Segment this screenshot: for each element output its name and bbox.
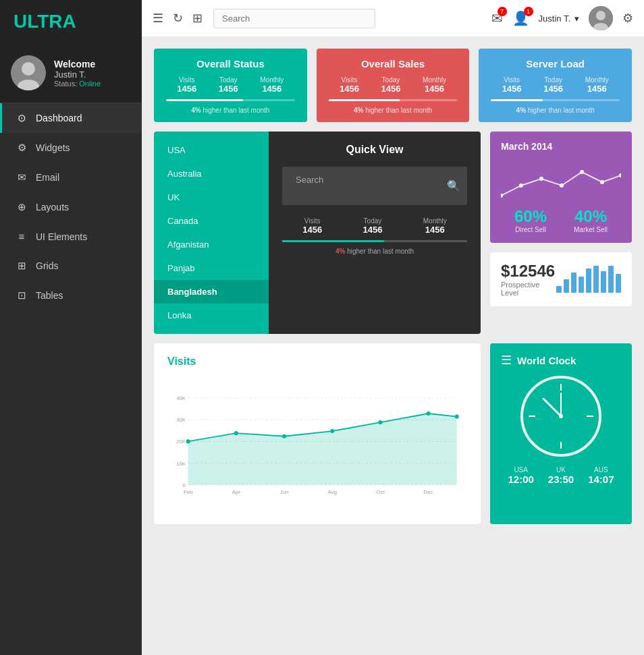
status-value: Online xyxy=(79,80,101,88)
refresh-icon[interactable]: ↻ xyxy=(173,11,183,26)
svg-point-12 xyxy=(619,173,621,177)
country-canada[interactable]: Canada xyxy=(154,209,269,233)
visits-stat: Visits 1456 xyxy=(177,76,196,94)
qv-stats: Visits1456 Today1456 Monthly1456 xyxy=(282,217,467,235)
svg-point-30 xyxy=(455,415,459,419)
quick-view-title: Quick View xyxy=(282,144,467,156)
widgets-icon: ⚙ xyxy=(16,142,28,154)
sidebar-item-ui-elements[interactable]: ≡ UI Elements xyxy=(0,222,142,251)
world-clock-header: ☰ World Clock xyxy=(501,353,576,368)
svg-point-4 xyxy=(596,11,606,20)
logo-u: U xyxy=(14,11,27,32)
sidebar-nav: ⊙ Dashboard ⚙ Widgets ✉ Email ⊕ Layouts … xyxy=(0,103,142,310)
hamburger-icon[interactable]: ☰ xyxy=(153,11,163,26)
notification-btn-1[interactable]: ✉ 7 xyxy=(491,10,503,26)
sidebar-item-tables[interactable]: ⊡ Tables xyxy=(0,281,142,310)
stat-bar xyxy=(166,99,295,101)
sidebar-item-layouts[interactable]: ⊕ Layouts xyxy=(0,192,142,222)
svg-point-43 xyxy=(559,414,563,418)
march-stats: 60% Direct Sell 40% Market Sell xyxy=(501,207,621,233)
world-clock-card: ☰ World Clock xyxy=(490,343,632,524)
bar-5 xyxy=(586,268,591,293)
svg-text:Oct: Oct xyxy=(376,489,385,495)
svg-point-10 xyxy=(580,170,584,174)
email-icon: ✉ xyxy=(16,171,28,183)
country-australia[interactable]: Australia xyxy=(154,162,269,186)
avatar xyxy=(11,55,46,90)
svg-point-8 xyxy=(539,177,543,181)
svg-point-1 xyxy=(22,62,35,76)
sidebar-item-widgets[interactable]: ⚙ Widgets xyxy=(0,133,142,163)
topbar-right: ✉ 7 👤 1 Justin T. ▾ ⚙ xyxy=(491,6,633,30)
overall-status-title: Overall Status xyxy=(166,58,295,69)
country-bangladesh[interactable]: Bangladesh xyxy=(154,280,269,304)
server-load-title: Server Load xyxy=(491,58,620,69)
bar-7 xyxy=(601,271,606,293)
chevron-down-icon: ▾ xyxy=(574,13,579,24)
visits-chart: 40K 30K 20K 10K 0 xyxy=(167,377,467,512)
topbar-username: Justin T. xyxy=(539,13,570,24)
stat-footer: 4% higher than last month xyxy=(166,107,295,114)
svg-text:Feb: Feb xyxy=(184,489,192,495)
prospective-amount: $12546 xyxy=(501,262,556,281)
user-profile: Welcome Justin T. Status: Online xyxy=(0,43,142,103)
quick-view-search-input[interactable] xyxy=(289,171,447,189)
prospective-card: $12546 Prospective Level xyxy=(490,252,632,306)
svg-point-24 xyxy=(186,439,190,443)
search-input[interactable] xyxy=(213,9,375,28)
main-content: ☰ ↻ ⊞ ✉ 7 👤 1 Justin T. ▾ ⚙ xyxy=(142,0,644,655)
sidebar-item-dashboard[interactable]: ⊙ Dashboard xyxy=(0,103,142,133)
notification-badge-1: 7 xyxy=(498,7,507,16)
country-quickview: USA Australia UK Canada Afganistan Panja… xyxy=(154,132,481,334)
grid-icon[interactable]: ⊞ xyxy=(192,11,203,26)
sidebar-item-email[interactable]: ✉ Email xyxy=(0,163,142,192)
country-lonka[interactable]: Lonka xyxy=(154,304,269,327)
user-welcome: Welcome xyxy=(54,59,101,69)
today-stat: Today 1456 xyxy=(219,76,238,94)
country-afganistan[interactable]: Afganistan xyxy=(154,233,269,256)
grids-icon: ⊞ xyxy=(16,260,28,272)
topbar-search-area xyxy=(213,9,481,28)
sidebar-item-label: Layouts xyxy=(36,202,69,212)
search-icon: 🔍 xyxy=(447,179,460,192)
svg-line-41 xyxy=(543,399,561,416)
country-uk[interactable]: UK xyxy=(154,186,269,209)
march-card: March 2014 xyxy=(490,132,632,243)
direct-sell-pct: 60% xyxy=(514,207,547,226)
middle-row: USA Australia UK Canada Afganistan Panja… xyxy=(154,132,632,334)
svg-text:Jun: Jun xyxy=(280,489,288,495)
notification-btn-2[interactable]: 👤 1 xyxy=(512,10,529,26)
country-list: USA Australia UK Canada Afganistan Panja… xyxy=(154,132,269,334)
quick-view-search-wrapper: 🔍 xyxy=(282,167,467,205)
world-clock-title: World Clock xyxy=(517,355,576,366)
bar-8 xyxy=(608,266,614,293)
ui-icon: ≡ xyxy=(16,231,28,242)
monthly-stat: Monthly 1456 xyxy=(260,76,284,94)
market-sell-stat: 40% Market Sell xyxy=(574,207,608,233)
right-widgets: March 2014 xyxy=(490,132,632,334)
sidebar-item-label: Widgets xyxy=(36,142,70,153)
topbar: ☰ ↻ ⊞ ✉ 7 👤 1 Justin T. ▾ ⚙ xyxy=(142,0,644,36)
country-panjab[interactable]: Panjab xyxy=(154,256,269,280)
svg-text:Aug: Aug xyxy=(327,489,337,495)
status-label: Status: xyxy=(54,80,77,88)
country-usa[interactable]: USA xyxy=(154,138,269,162)
svg-point-9 xyxy=(560,183,564,188)
svg-point-27 xyxy=(330,429,334,433)
sidebar-item-grids[interactable]: ⊞ Grids xyxy=(0,251,142,281)
bar-6 xyxy=(593,266,599,293)
stat-row-1: Visits 1456 Today 1456 Monthly 1456 xyxy=(166,76,295,94)
sidebar-item-label: Email xyxy=(36,172,59,183)
sidebar: ULTRA Welcome Justin T. Status: Online ⊙… xyxy=(0,0,142,655)
svg-point-26 xyxy=(282,434,286,438)
bottom-row: Visits 40K 30K 20K 10K 0 xyxy=(154,343,632,524)
tables-icon: ⊡ xyxy=(16,289,28,302)
bar-4 xyxy=(579,277,584,293)
topbar-icons: ☰ ↻ ⊞ xyxy=(153,11,203,26)
bar-9 xyxy=(616,274,621,293)
layouts-icon: ⊕ xyxy=(16,201,28,213)
settings-icon[interactable]: ⚙ xyxy=(622,11,633,26)
user-menu-btn[interactable]: Justin T. ▾ xyxy=(539,13,579,24)
visits-card: Visits 40K 30K 20K 10K 0 xyxy=(154,343,481,524)
bar-1 xyxy=(556,286,562,293)
